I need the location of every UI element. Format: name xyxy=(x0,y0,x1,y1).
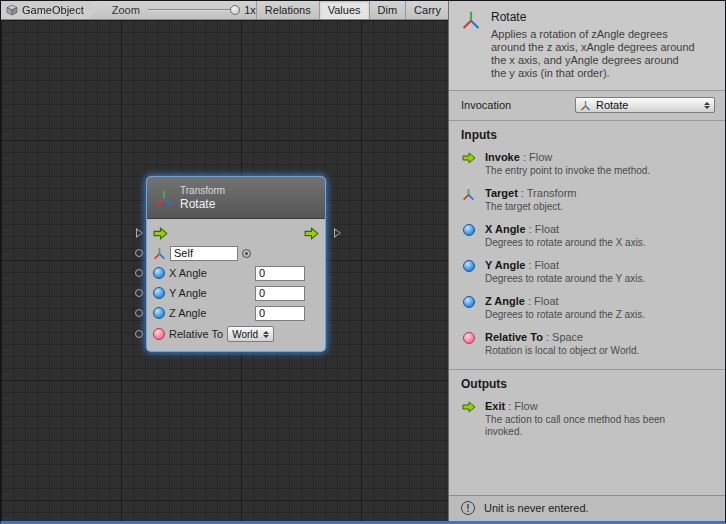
z-angle-float-icon[interactable] xyxy=(153,307,165,319)
zoom-slider[interactable] xyxy=(148,4,240,16)
invocation-row: Invocation Rotate xyxy=(449,91,725,121)
zoom-label: Zoom xyxy=(112,4,140,16)
outputs-section: Outputs Exit : Flow The action to call o… xyxy=(449,369,725,450)
z-angle-value-port[interactable] xyxy=(135,309,143,317)
inspector-title: Rotate xyxy=(491,10,696,24)
entry-description: The target object. xyxy=(485,201,695,213)
entry-description: Degrees to rotate around the X axis. xyxy=(485,237,695,249)
warning-text: Unit is never entered. xyxy=(484,502,589,514)
entry-type: Space xyxy=(552,331,583,343)
entry-type: Float xyxy=(535,223,559,235)
input-entry-z-angle: Z Angle : Float Degrees to rotate around… xyxy=(461,295,715,321)
entry-separator: : xyxy=(525,295,534,307)
tab-values[interactable]: Values xyxy=(319,1,369,19)
y-angle-float-icon[interactable] xyxy=(153,287,165,299)
flow-arrow-icon xyxy=(461,151,476,177)
entry-separator: : xyxy=(505,400,514,412)
left-port-column xyxy=(131,177,147,351)
z-angle-row: Z Angle xyxy=(153,303,319,323)
entry-name: Target xyxy=(485,187,518,199)
flow-arrow-icon xyxy=(461,400,476,438)
rotate-unit-node[interactable]: Transform Rotate xyxy=(147,177,325,351)
entry-description: Rotation is local to object or World. xyxy=(485,345,695,357)
exit-arrow-icon[interactable] xyxy=(304,227,319,240)
sidebar-spacer xyxy=(449,450,725,495)
y-angle-value-port[interactable] xyxy=(135,289,143,297)
relative-to-dropdown-value: World xyxy=(232,329,258,340)
inspector-sidebar: Rotate Applies a rotation of zAngle degr… xyxy=(448,1,725,521)
x-angle-value-port[interactable] xyxy=(135,269,143,277)
float-type-icon xyxy=(461,259,476,285)
entry-name: Y Angle xyxy=(485,259,525,271)
entry-name: Z Angle xyxy=(485,295,525,307)
inspector-header: Rotate Applies a rotation of zAngle degr… xyxy=(449,1,725,91)
entry-name: Invoke xyxy=(485,151,520,163)
target-self-field[interactable] xyxy=(170,246,238,261)
entry-description: The action to call once method has been … xyxy=(485,414,670,438)
entry-separator: : xyxy=(526,223,535,235)
breadcrumb-label: GameObject xyxy=(22,4,84,16)
zoom-slider-track xyxy=(148,9,240,11)
gameobject-cube-icon xyxy=(6,4,18,16)
invocation-dropdown[interactable]: Rotate xyxy=(575,97,715,113)
bolt-graph-window: GameObject Zoom 1x Relations Values Dim … xyxy=(0,0,726,524)
y-angle-row: Y Angle xyxy=(153,283,319,303)
exit-flow-port[interactable] xyxy=(334,228,341,238)
invoke-flow-port[interactable] xyxy=(136,228,143,238)
target-row xyxy=(153,243,319,263)
warning-icon: ! xyxy=(461,501,475,515)
relative-to-value-port[interactable] xyxy=(135,330,143,338)
tab-dim[interactable]: Dim xyxy=(369,1,406,19)
entry-name: Relative To xyxy=(485,331,543,343)
x-angle-row: X Angle xyxy=(153,263,319,283)
warning-bar: ! Unit is never entered. xyxy=(449,495,725,521)
input-entry-target: Target : Transform The target object. xyxy=(461,187,715,213)
invocation-dropdown-value: Rotate xyxy=(596,99,699,111)
relative-to-dropdown[interactable]: World xyxy=(227,326,274,342)
input-entry-y-angle: Y Angle : Float Degrees to rotate around… xyxy=(461,259,715,285)
entry-name: X Angle xyxy=(485,223,526,235)
relative-to-row: Relative To World xyxy=(153,323,319,345)
z-angle-input[interactable] xyxy=(255,306,305,321)
relative-to-space-icon[interactable] xyxy=(153,328,165,340)
rotate-transform-icon xyxy=(461,10,481,80)
entry-type: Flow xyxy=(514,400,537,412)
node-header[interactable]: Transform Rotate xyxy=(147,177,325,219)
invocation-transform-icon xyxy=(580,100,591,111)
entry-name: Exit xyxy=(485,400,505,412)
space-type-icon xyxy=(461,331,476,357)
inspector-description: Applies a rotation of zAngle degrees aro… xyxy=(491,28,696,80)
z-angle-label: Z Angle xyxy=(169,307,206,319)
entry-description: Degrees to rotate around the Y axis. xyxy=(485,273,695,285)
node-body: X Angle Y Angle Z Angle Relative To xyxy=(147,219,325,351)
target-value-port[interactable] xyxy=(135,249,143,257)
output-entry-exit: Exit : Flow The action to call once meth… xyxy=(461,400,715,438)
transform-port-icon xyxy=(153,247,166,260)
unit-node-assembly: Transform Rotate xyxy=(131,177,341,351)
entry-description: Degrees to rotate around the Z axis. xyxy=(485,309,695,321)
transform-icon xyxy=(155,189,173,207)
invocation-label: Invocation xyxy=(461,99,511,111)
y-angle-input[interactable] xyxy=(255,286,305,301)
inputs-section: Inputs Invoke : Flow The entry point to … xyxy=(449,121,725,369)
tab-carry[interactable]: Carry xyxy=(405,1,449,19)
invoke-arrow-icon[interactable] xyxy=(153,227,168,240)
x-angle-float-icon[interactable] xyxy=(153,267,165,279)
node-subtitle: Rotate xyxy=(180,197,225,211)
flow-port-row xyxy=(153,223,319,243)
object-picker-icon[interactable] xyxy=(242,249,251,258)
entry-separator: : xyxy=(525,259,534,271)
entry-separator: : xyxy=(520,151,529,163)
zoom-slider-knob[interactable] xyxy=(230,5,240,15)
entry-separator: : xyxy=(543,331,552,343)
input-entry-relative-to: Relative To : Space Rotation is local to… xyxy=(461,331,715,357)
outputs-section-title: Outputs xyxy=(461,377,715,391)
inputs-section-title: Inputs xyxy=(461,128,715,142)
relative-to-label: Relative To xyxy=(169,328,223,340)
entry-type: Float xyxy=(535,259,559,271)
dropdown-arrows-icon xyxy=(704,102,710,109)
x-angle-input[interactable] xyxy=(255,266,305,281)
float-type-icon xyxy=(461,295,476,321)
breadcrumb-gameobject[interactable]: GameObject xyxy=(1,1,98,19)
tab-relations[interactable]: Relations xyxy=(256,1,319,19)
